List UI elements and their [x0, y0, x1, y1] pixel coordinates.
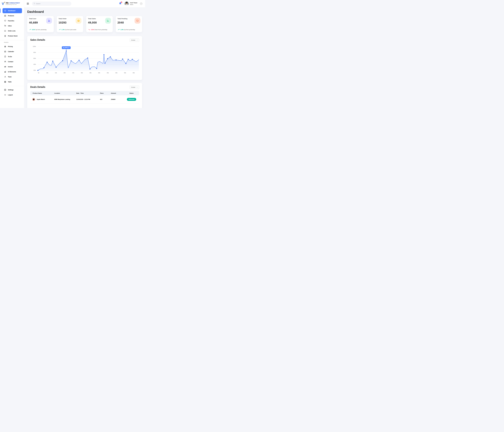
sidebar-item-pricing[interactable]: Pricing — [2, 44, 22, 49]
sidebar-item-favorites[interactable]: Favorites — [2, 18, 22, 23]
sidebar-item-inbox[interactable]: Inbox — [2, 23, 22, 28]
column-header: Piece — [100, 93, 111, 94]
banknote-icon — [4, 66, 6, 68]
location-cell: 6096 Marjolaine Landing — [54, 99, 76, 100]
svg-text:20k: 20k — [63, 72, 66, 74]
person-icon — [4, 76, 6, 78]
svg-text:25k: 25k — [72, 72, 74, 74]
sales-period-value: October — [131, 39, 135, 41]
sidebar-item-label: Table — [8, 81, 12, 83]
chevron-down-icon — [137, 87, 138, 88]
column-header: Date - Time — [76, 93, 100, 94]
svg-text:10k: 10k — [46, 72, 48, 74]
sidebar-item-invoice[interactable]: Invoice — [2, 64, 22, 69]
user-avatar[interactable] — [125, 2, 129, 6]
sidebar-item-label: Dashboard — [8, 10, 15, 11]
active-indicator — [0, 9, 0, 13]
sidebar-item-product-stock[interactable]: Product Stock — [2, 33, 22, 38]
sidebar-item-team[interactable]: Team — [2, 74, 22, 79]
stat-card-total-sales: Total Sales 49,000 4.3% Down from yester… — [86, 16, 113, 32]
deals-table-header: Product Name Location Date - Time Piece … — [30, 91, 139, 95]
sidebar-item-label: Order Lists — [8, 30, 16, 32]
product-stock-icon — [4, 35, 6, 37]
sales-details-panel: Sales Details October 20%40%60%80%100%5k… — [27, 36, 142, 80]
gear-icon — [4, 89, 6, 91]
inbox-icon — [4, 25, 6, 27]
stat-card-total-pending: Total Pending 2040 1.8% Up from yesterda… — [116, 16, 142, 32]
user-role: Admin — [130, 4, 137, 5]
main-area: 6 Amit Tiwari Admin Dashboard To — [24, 0, 145, 108]
app-window: VNC CONSULTANCY Empowering The Tech Dash… — [0, 0, 145, 108]
sidebar-item-label: To-Do — [8, 56, 12, 57]
sidebar-item-dashboard[interactable]: Dashboard — [2, 8, 22, 13]
sidebar-item-label: Calender — [8, 51, 14, 52]
sidebar-item-calender[interactable]: Calender — [2, 49, 22, 54]
sidebar: VNC CONSULTANCY Empowering The Tech Dash… — [0, 0, 24, 108]
svg-text:35k: 35k — [90, 72, 91, 74]
trend-down-icon — [88, 29, 90, 30]
deals-period-value: October — [131, 87, 135, 88]
sidebar-item-products[interactable]: Products — [2, 13, 22, 18]
deals-period-dropdown[interactable]: October — [130, 85, 139, 89]
notification-count-badge: 6 — [121, 1, 122, 3]
history-clock-icon — [135, 18, 140, 24]
contacts-icon — [4, 61, 6, 63]
search-input[interactable] — [36, 3, 70, 4]
stat-trend: 8.5% Up from yesterday — [29, 29, 46, 30]
table-row[interactable]: Apple Watch 6096 Marjolaine Landing 12.0… — [30, 95, 139, 103]
search-bar — [32, 2, 71, 6]
table-grid-icon — [4, 81, 6, 83]
sidebar-item-order-lists[interactable]: Order Lists — [2, 28, 22, 33]
svg-text:30k: 30k — [81, 72, 83, 74]
svg-text:60%: 60% — [34, 58, 36, 59]
sidebar-item-label: Inbox — [8, 25, 12, 27]
stat-trend: 1.8% Up from yesterday — [118, 29, 135, 30]
vnc-logo-icon — [1, 1, 5, 6]
sidebar-divider — [0, 86, 24, 86]
heart-icon — [4, 20, 6, 22]
product-image-apple-watch — [32, 98, 35, 101]
sidebar-item-label: Pricing — [8, 46, 13, 47]
topbar: 6 Amit Tiwari Admin — [24, 0, 145, 7]
hamburger-menu-icon[interactable] — [27, 3, 29, 4]
stat-card-total-user: Total User 40,689 8.5% Up from yesterday — [27, 16, 54, 32]
svg-text:45k: 45k — [107, 72, 109, 74]
svg-text:80%: 80% — [34, 52, 36, 53]
sidebar-item-label: Contact — [8, 61, 13, 63]
sidebar-item-logout[interactable]: Logout — [2, 92, 22, 97]
user-name: Amit Tiwari — [130, 2, 137, 4]
trend-up-icon — [59, 29, 61, 30]
notifications-button[interactable]: 6 — [119, 2, 122, 5]
svg-text:100%: 100% — [33, 46, 36, 47]
status-badge: Delivered — [127, 98, 136, 101]
sidebar-item-label: Favorites — [8, 20, 14, 22]
sidebar-item-table[interactable]: Table — [2, 79, 22, 85]
brand-name: VNC CONSULTANCY — [6, 2, 20, 4]
order-lists-icon — [4, 30, 6, 32]
search-icon — [34, 3, 35, 5]
sidebar-item-ui-elements[interactable]: UI Elements — [2, 69, 22, 74]
sidebar-item-label: Logout — [8, 94, 13, 96]
sidebar-item-label: Team — [8, 76, 12, 78]
column-header: Product Name — [30, 93, 54, 94]
svg-text:60k: 60k — [133, 72, 135, 74]
svg-text:40k: 40k — [98, 72, 100, 74]
user-menu-button[interactable] — [140, 2, 142, 5]
stat-cards-row: Total User 40,689 8.5% Up from yesterday… — [27, 16, 142, 32]
sidebar-item-settings[interactable]: Settings — [2, 87, 22, 92]
sales-period-dropdown[interactable]: October — [130, 38, 139, 42]
sidebar-item-contact[interactable]: Contact — [2, 59, 22, 64]
column-header: Amount — [111, 93, 124, 94]
chart-line-icon — [105, 18, 111, 24]
bell-icon — [119, 3, 122, 5]
trend-up-icon — [118, 29, 120, 30]
gift-icon — [4, 46, 6, 47]
sidebar-item-todo[interactable]: To-Do — [2, 54, 22, 59]
brand-text: VNC CONSULTANCY Empowering The Tech — [6, 2, 20, 5]
svg-text:5k: 5k — [38, 72, 39, 74]
chevron-down-icon — [137, 39, 138, 41]
sales-chart-wrapper: 20%40%60%80%100%5k10k15k20k25k30k35k40k4… — [30, 43, 139, 75]
sidebar-nav: Dashboard Products Favorites Inbox — [0, 7, 24, 97]
user-meta: Amit Tiwari Admin — [130, 2, 137, 5]
stat-trend: 1.3% Up from past week — [59, 29, 76, 30]
